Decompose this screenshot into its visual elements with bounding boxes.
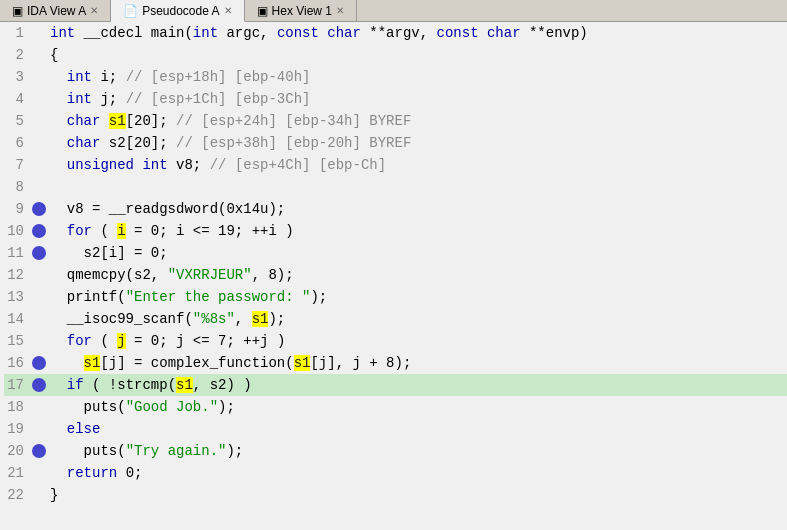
tab-hex-view-1[interactable]: ▣ Hex View 1 ✕ [245, 0, 357, 21]
code-content-3: int i; // [esp+18h] [ebp-40h] [50, 66, 310, 88]
tab-pseudo-close[interactable]: ✕ [224, 5, 232, 16]
tab-ida-close[interactable]: ✕ [90, 5, 98, 16]
line-number-22: 22 [4, 484, 32, 506]
code-line-20: 20 puts("Try again."); [4, 440, 787, 462]
breakpoint-12[interactable] [32, 264, 50, 286]
breakpoint-3[interactable] [32, 66, 50, 88]
code-content-16: s1[j] = complex_function(s1[j], j + 8); [50, 352, 411, 374]
code-line-3: 3 int i; // [esp+18h] [ebp-40h] [4, 66, 787, 88]
code-line-14: 14 __isoc99_scanf("%8s", s1); [4, 308, 787, 330]
code-line-7: 7 unsigned int v8; // [esp+4Ch] [ebp-Ch] [4, 154, 787, 176]
code-line-6: 6 char s2[20]; // [esp+38h] [ebp-20h] BY… [4, 132, 787, 154]
line-number-2: 2 [4, 44, 32, 66]
code-content-6: char s2[20]; // [esp+38h] [ebp-20h] BYRE… [50, 132, 411, 154]
code-line-8: 8 [4, 176, 787, 198]
breakpoint-17[interactable] [32, 374, 50, 396]
code-content-5: char s1[20]; // [esp+24h] [ebp-34h] BYRE… [50, 110, 411, 132]
breakpoint-21[interactable] [32, 462, 50, 484]
line-number-21: 21 [4, 462, 32, 484]
tab-ida-label: IDA View A [27, 4, 86, 18]
code-line-15: 15 for ( j = 0; j <= 7; ++j ) [4, 330, 787, 352]
code-line-12: 12 qmemcpy(s2, "VXRRJEUR", 8); [4, 264, 787, 286]
code-content-7: unsigned int v8; // [esp+4Ch] [ebp-Ch] [50, 154, 386, 176]
line-number-8: 8 [4, 176, 32, 198]
line-number-5: 5 [4, 110, 32, 132]
code-content-11: s2[i] = 0; [50, 242, 168, 264]
line-number-3: 3 [4, 66, 32, 88]
breakpoint-13[interactable] [32, 286, 50, 308]
breakpoint-10[interactable] [32, 220, 50, 242]
line-number-13: 13 [4, 286, 32, 308]
breakpoint-15[interactable] [32, 330, 50, 352]
breakpoint-20[interactable] [32, 440, 50, 462]
tab-hex-label: Hex View 1 [272, 4, 332, 18]
code-content-2: { [50, 44, 58, 66]
line-number-15: 15 [4, 330, 32, 352]
code-content-4: int j; // [esp+1Ch] [ebp-3Ch] [50, 88, 310, 110]
breakpoint-9[interactable] [32, 198, 50, 220]
code-content-14: __isoc99_scanf("%8s", s1); [50, 308, 285, 330]
code-line-11: 11 s2[i] = 0; [4, 242, 787, 264]
line-number-4: 4 [4, 88, 32, 110]
code-content-17: if ( !strcmp(s1, s2) ) [50, 374, 252, 396]
line-number-16: 16 [4, 352, 32, 374]
code-content-22: } [50, 484, 58, 506]
code-content-13: printf("Enter the password: "); [50, 286, 327, 308]
breakpoint-19[interactable] [32, 418, 50, 440]
line-number-10: 10 [4, 220, 32, 242]
code-content-15: for ( j = 0; j <= 7; ++j ) [50, 330, 285, 352]
tab-pseudo-icon: 📄 [123, 4, 138, 18]
tab-pseudocode-a[interactable]: 📄 Pseudocode A ✕ [111, 0, 244, 22]
code-line-13: 13 printf("Enter the password: "); [4, 286, 787, 308]
line-number-11: 11 [4, 242, 32, 264]
code-line-22: 22 } [4, 484, 787, 506]
tab-pseudo-label: Pseudocode A [142, 4, 219, 18]
code-line-19: 19 else [4, 418, 787, 440]
breakpoint-5[interactable] [32, 110, 50, 132]
code-content-20: puts("Try again."); [50, 440, 243, 462]
tab-bar: ▣ IDA View A ✕ 📄 Pseudocode A ✕ ▣ Hex Vi… [0, 0, 787, 22]
line-number-9: 9 [4, 198, 32, 220]
code-content-21: return 0; [50, 462, 142, 484]
code-line-2: 2 { [4, 44, 787, 66]
code-line-5: 5 char s1[20]; // [esp+24h] [ebp-34h] BY… [4, 110, 787, 132]
tab-ida-view-a[interactable]: ▣ IDA View A ✕ [0, 0, 111, 21]
line-number-7: 7 [4, 154, 32, 176]
line-number-6: 6 [4, 132, 32, 154]
breakpoint-22[interactable] [32, 484, 50, 506]
code-line-17: 17 if ( !strcmp(s1, s2) ) [4, 374, 787, 396]
code-line-16: 16 s1[j] = complex_function(s1[j], j + 8… [4, 352, 787, 374]
code-line-9: 9 v8 = __readgsdword(0x14u); [4, 198, 787, 220]
code-content-19: else [50, 418, 100, 440]
line-number-19: 19 [4, 418, 32, 440]
tab-ida-icon: ▣ [12, 4, 23, 18]
tab-hex-icon: ▣ [257, 4, 268, 18]
code-content-10: for ( i = 0; i <= 19; ++i ) [50, 220, 294, 242]
code-content-9: v8 = __readgsdword(0x14u); [50, 198, 285, 220]
line-number-1: 1 [4, 22, 32, 44]
breakpoint-4[interactable] [32, 88, 50, 110]
breakpoint-11[interactable] [32, 242, 50, 264]
line-number-20: 20 [4, 440, 32, 462]
code-line-1: 1 int __cdecl main(int argc, const char … [4, 22, 787, 44]
code-content-12: qmemcpy(s2, "VXRRJEUR", 8); [50, 264, 294, 286]
breakpoint-8[interactable] [32, 176, 50, 198]
line-number-18: 18 [4, 396, 32, 418]
line-number-17: 17 [4, 374, 32, 396]
code-line-21: 21 return 0; [4, 462, 787, 484]
code-content-1: int __cdecl main(int argc, const char **… [50, 22, 588, 44]
breakpoint-16[interactable] [32, 352, 50, 374]
breakpoint-2[interactable] [32, 44, 50, 66]
code-lines-container: 1 int __cdecl main(int argc, const char … [0, 22, 787, 530]
code-content-18: puts("Good Job."); [50, 396, 235, 418]
tab-hex-close[interactable]: ✕ [336, 5, 344, 16]
code-line-4: 4 int j; // [esp+1Ch] [ebp-3Ch] [4, 88, 787, 110]
line-number-14: 14 [4, 308, 32, 330]
breakpoint-18[interactable] [32, 396, 50, 418]
code-line-10: 10 for ( i = 0; i <= 19; ++i ) [4, 220, 787, 242]
code-area: 1 int __cdecl main(int argc, const char … [0, 22, 787, 530]
breakpoint-14[interactable] [32, 308, 50, 330]
breakpoint-6[interactable] [32, 132, 50, 154]
breakpoint-1[interactable] [32, 22, 50, 44]
breakpoint-7[interactable] [32, 154, 50, 176]
